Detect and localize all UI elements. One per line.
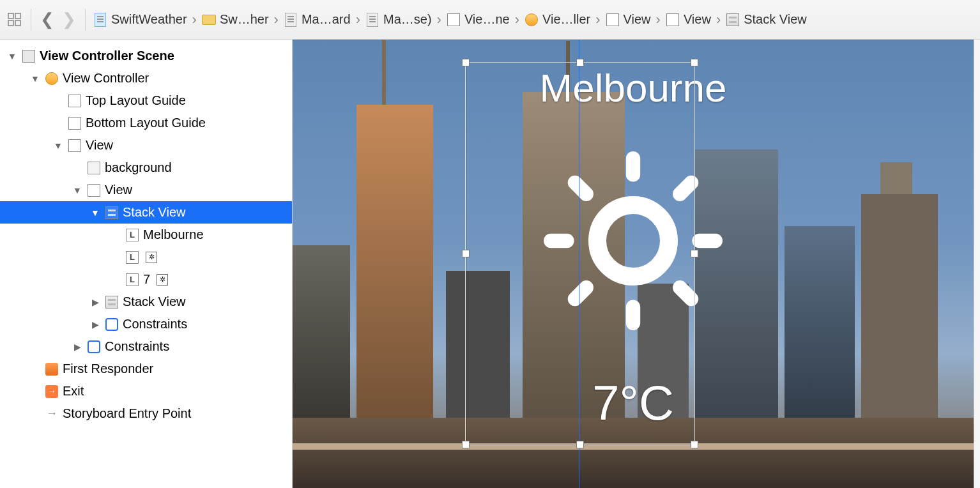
viewcontroller-icon — [45, 72, 58, 85]
label-icon: L — [126, 229, 139, 241]
outline-view[interactable]: ▼ View — [0, 134, 292, 156]
file-icon — [285, 13, 296, 27]
interface-builder-canvas[interactable]: Melbourne 7°C — [293, 40, 974, 488]
disclosure-triangle-icon[interactable]: ▼ — [72, 185, 83, 195]
resize-handle[interactable] — [576, 441, 584, 448]
breadcrumb-view[interactable]: View — [664, 12, 712, 27]
resize-handle[interactable] — [462, 59, 470, 66]
outline-viewcontroller[interactable]: ▼ View Controller — [0, 67, 292, 89]
resize-handle[interactable] — [462, 250, 470, 257]
glyph-icon: ✲ — [146, 252, 157, 263]
breadcrumb-base[interactable]: Ma…se) — [364, 12, 433, 27]
breadcrumb-label: Ma…ard — [302, 12, 351, 27]
breadcrumb-project[interactable]: SwiftWeather — [92, 12, 188, 27]
forward-button[interactable]: ❯ — [59, 10, 79, 29]
breadcrumb-label: View — [624, 12, 651, 27]
breadcrumb-label: Stack View — [744, 12, 807, 27]
selection-box[interactable] — [465, 62, 695, 445]
exit-icon — [45, 385, 58, 398]
resize-handle[interactable] — [576, 59, 584, 66]
stackview-icon — [105, 206, 118, 219]
breadcrumb-label: Vie…ller — [542, 12, 590, 27]
label-icon: L — [126, 273, 139, 286]
folder-icon — [202, 15, 216, 25]
file-icon — [367, 13, 378, 27]
breadcrumb-label: View — [684, 12, 711, 27]
outline-background[interactable]: background — [0, 156, 292, 179]
constraints-icon — [105, 318, 118, 331]
breadcrumb-folder[interactable]: Sw…her — [201, 12, 270, 27]
outline-scene[interactable]: ▼ View Controller Scene — [0, 45, 292, 67]
breadcrumb-label: Vie…ne — [464, 12, 510, 27]
outline-label-temperature[interactable]: L 7 ✲ — [0, 268, 292, 291]
view-icon — [666, 13, 679, 26]
resize-handle[interactable] — [691, 441, 698, 448]
disclosure-triangle-icon[interactable]: ▼ — [89, 208, 101, 218]
breadcrumb-label: SwiftWeather — [111, 12, 187, 27]
outline-view[interactable]: ▼ View — [0, 179, 292, 201]
separator — [85, 9, 86, 31]
separator — [31, 9, 31, 31]
chevron-right-icon: › — [594, 11, 601, 28]
view-icon — [606, 13, 619, 26]
disclosure-triangle-icon[interactable]: ▶ — [72, 342, 83, 352]
scene-icon — [447, 13, 460, 26]
svg-rect-8 — [692, 234, 723, 248]
inspector-edge — [974, 40, 980, 488]
resize-handle[interactable] — [691, 59, 698, 66]
outline-constraints[interactable]: ▶ Constraints — [0, 335, 292, 358]
chevron-right-icon: › — [273, 11, 280, 28]
svg-rect-2 — [8, 20, 13, 26]
stackview-icon — [726, 13, 739, 26]
project-icon — [95, 13, 106, 27]
outline-constraints[interactable]: ▶ Constraints — [0, 313, 292, 335]
disclosure-triangle-icon[interactable]: ▼ — [52, 141, 64, 151]
breadcrumb-label: Sw…her — [220, 12, 269, 27]
disclosure-triangle-icon[interactable]: ▶ — [89, 297, 101, 307]
chevron-right-icon: › — [514, 11, 521, 28]
breadcrumb-label: Ma…se) — [383, 12, 432, 27]
outline-entry-point[interactable]: → Storyboard Entry Point — [0, 402, 292, 425]
view-icon — [68, 139, 81, 152]
chevron-right-icon: › — [715, 11, 722, 28]
outline-label-icon[interactable]: L ✲ — [0, 246, 292, 268]
constraints-icon — [88, 340, 100, 353]
breadcrumb-view[interactable]: View — [604, 12, 652, 27]
outline-first-responder[interactable]: First Responder — [0, 358, 292, 380]
back-button[interactable]: ❮ — [38, 10, 57, 29]
disclosure-triangle-icon[interactable]: ▼ — [29, 73, 41, 84]
arrow-right-icon: → — [45, 408, 58, 420]
resize-handle[interactable] — [691, 250, 698, 257]
jump-bar: ❮ ❯ SwiftWeather › Sw…her › Ma…ard › Ma…… — [0, 0, 980, 40]
outline-top-layout-guide[interactable]: Top Layout Guide — [0, 89, 292, 112]
outline-label-melbourne[interactable]: L Melbourne — [0, 224, 292, 246]
guide-icon — [68, 95, 81, 107]
disclosure-triangle-icon[interactable]: ▶ — [89, 319, 101, 330]
glyph-icon: ✲ — [157, 274, 168, 286]
view-icon — [88, 184, 100, 197]
document-outline: ▼ View Controller Scene ▼ View Controlle… — [0, 40, 293, 488]
label-icon: L — [126, 251, 139, 264]
outline-bottom-layout-guide[interactable]: Bottom Layout Guide — [0, 112, 292, 134]
imageview-icon — [88, 162, 100, 174]
disclosure-triangle-icon[interactable]: ▼ — [6, 51, 18, 61]
viewcontroller-icon — [525, 13, 538, 26]
outline-stackview[interactable]: ▶ Stack View — [0, 291, 292, 313]
stackview-icon — [105, 296, 118, 309]
resize-handle[interactable] — [462, 441, 470, 448]
first-responder-icon — [45, 363, 58, 376]
svg-rect-3 — [15, 20, 20, 26]
outline-stackview-selected[interactable]: ▼ Stack View — [0, 201, 292, 224]
breadcrumb-storyboard[interactable]: Ma…ard — [282, 12, 352, 27]
svg-rect-0 — [8, 13, 13, 19]
breadcrumb-viewcontroller[interactable]: Vie…ller — [523, 12, 592, 27]
guide-icon — [68, 117, 81, 130]
outline-exit[interactable]: Exit — [0, 380, 292, 402]
scene-icon — [22, 50, 35, 63]
breadcrumb-stackview[interactable]: Stack View — [724, 12, 808, 27]
breadcrumb-scene[interactable]: Vie…ne — [445, 12, 511, 27]
chevron-right-icon: › — [655, 11, 662, 28]
chevron-right-icon: › — [436, 11, 443, 28]
related-items-icon[interactable] — [5, 10, 24, 29]
chevron-right-icon: › — [355, 11, 362, 28]
